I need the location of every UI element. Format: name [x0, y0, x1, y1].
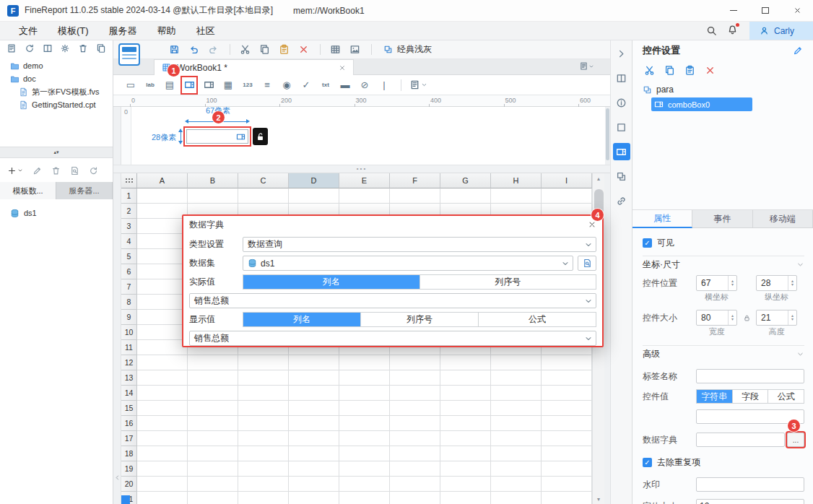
- row-header-17[interactable]: 17: [121, 431, 137, 446]
- column-header-A[interactable]: A: [137, 173, 188, 188]
- cell-I19[interactable]: [542, 461, 592, 477]
- cell-B15[interactable]: [188, 401, 238, 416]
- cell-A4[interactable]: [137, 234, 188, 249]
- combobox-widget-button[interactable]: [182, 77, 196, 93]
- row-header-1[interactable]: 1: [121, 188, 137, 204]
- cell-I13[interactable]: [542, 370, 592, 386]
- cell-H20[interactable]: [491, 477, 542, 492]
- cell-A8[interactable]: [137, 295, 188, 310]
- dataset-item[interactable]: ds1: [0, 207, 113, 220]
- height-stepper[interactable]: ▴▾: [788, 310, 796, 325]
- segment-列名[interactable]: 列名: [243, 313, 360, 326]
- cell-C18[interactable]: [238, 446, 289, 461]
- report-block-widget-button[interactable]: [411, 77, 425, 93]
- cell-A12[interactable]: [137, 355, 188, 370]
- cut-icon[interactable]: [644, 65, 655, 76]
- cell-I20[interactable]: [542, 477, 592, 492]
- cell-G12[interactable]: [440, 355, 491, 370]
- cell-D20[interactable]: [289, 477, 339, 492]
- cell-E12[interactable]: [339, 355, 390, 370]
- cell-G21[interactable]: [440, 492, 491, 504]
- menu-item[interactable]: 服务器: [99, 22, 147, 40]
- column-header-I[interactable]: I: [542, 173, 592, 188]
- cell-C16[interactable]: [238, 416, 289, 431]
- tab-list-button[interactable]: [579, 61, 594, 71]
- cell-A15[interactable]: [137, 401, 188, 416]
- cell-C13[interactable]: [238, 370, 289, 386]
- cell-I12[interactable]: [542, 355, 592, 370]
- tree-item[interactable]: doc: [0, 72, 113, 85]
- row-header-14[interactable]: 14: [121, 386, 137, 401]
- user-account[interactable]: Carly: [749, 22, 813, 40]
- insert-image-button[interactable]: [346, 42, 363, 58]
- minimize-button[interactable]: [718, 0, 749, 21]
- x-position-input[interactable]: 67 ▴▾: [696, 275, 737, 291]
- cell-E19[interactable]: [339, 461, 390, 477]
- cell-D13[interactable]: [289, 370, 339, 386]
- cell-B19[interactable]: [188, 461, 238, 477]
- menu-item[interactable]: 模板(T): [48, 22, 99, 40]
- row-header-16[interactable]: 16: [121, 416, 137, 431]
- tree-node-combobox0[interactable]: comboBox0: [651, 97, 752, 111]
- cell-B1[interactable]: [188, 188, 238, 204]
- cell-C14[interactable]: [238, 386, 289, 401]
- cell-A9[interactable]: [137, 310, 188, 325]
- section-advanced[interactable]: 高级: [643, 345, 804, 362]
- template-info-button[interactable]: [613, 94, 630, 111]
- cell-D17[interactable]: [289, 431, 339, 446]
- tree-item[interactable]: demo: [0, 59, 113, 72]
- none-widget-widget-button[interactable]: ⊘: [357, 77, 372, 93]
- cell-C12[interactable]: [238, 355, 289, 370]
- cell-G18[interactable]: [440, 446, 491, 461]
- cell-D14[interactable]: [289, 386, 339, 401]
- outline-toggle-button[interactable]: [118, 43, 140, 66]
- menu-item[interactable]: 社区: [186, 22, 225, 40]
- cell-B12[interactable]: [188, 355, 238, 370]
- row-header-2[interactable]: 2: [121, 204, 137, 219]
- segment-列序号[interactable]: 列序号: [360, 313, 478, 326]
- cell-A14[interactable]: [137, 386, 188, 401]
- cell-F18[interactable]: [390, 446, 440, 461]
- cell-D21[interactable]: [289, 492, 339, 504]
- cell-A11[interactable]: [137, 340, 188, 355]
- view-tree-widget-button[interactable]: ▦: [221, 77, 235, 93]
- copy-button[interactable]: [96, 43, 106, 53]
- column-header-E[interactable]: E: [339, 173, 390, 188]
- delete-button[interactable]: [295, 42, 312, 58]
- sidebar-tab[interactable]: 服务器...: [56, 182, 113, 199]
- chevron-left-icon[interactable]: [114, 474, 121, 481]
- row-header-3[interactable]: 3: [121, 219, 137, 234]
- cell-F1[interactable]: [390, 188, 440, 204]
- cell-G17[interactable]: [440, 431, 491, 446]
- sidebar-tab[interactable]: 模板数...: [0, 182, 56, 199]
- cell-G1[interactable]: [440, 188, 491, 204]
- theme-picker-button[interactable]: 经典浅灰: [383, 43, 432, 56]
- cell-E18[interactable]: [339, 446, 390, 461]
- y-position-stepper[interactable]: ▴▾: [788, 276, 796, 290]
- cell-B20[interactable]: [188, 477, 238, 492]
- sheet-corner-button[interactable]: [121, 495, 130, 504]
- row-header-12[interactable]: 12: [121, 355, 137, 370]
- row-header-8[interactable]: 8: [121, 295, 137, 310]
- segment-公式[interactable]: 公式: [478, 313, 596, 326]
- canvas-sheet-splitter[interactable]: •••: [113, 165, 610, 173]
- column-header-G[interactable]: G: [440, 173, 491, 188]
- refresh-button[interactable]: [25, 43, 35, 53]
- textarea-widget-button[interactable]: ▤: [162, 77, 177, 93]
- delete-dataset-button[interactable]: [51, 166, 61, 175]
- cell-A2[interactable]: [137, 204, 188, 219]
- cell-I21[interactable]: [542, 492, 592, 504]
- cell-I15[interactable]: [542, 401, 592, 416]
- cell-D15[interactable]: [289, 401, 339, 416]
- width-stepper[interactable]: ▴▾: [728, 310, 736, 325]
- segment-字符串[interactable]: 字符串: [697, 390, 732, 403]
- paste-icon[interactable]: [684, 65, 695, 76]
- width-input[interactable]: 80 ▴▾: [696, 310, 737, 326]
- cell-G15[interactable]: [440, 401, 491, 416]
- divider-widget-button[interactable]: |: [377, 77, 391, 93]
- tag-name-input[interactable]: [696, 369, 804, 383]
- dialog-close-icon[interactable]: [588, 220, 596, 229]
- edit-dataset-button[interactable]: [32, 166, 42, 175]
- cell-E16[interactable]: [339, 416, 390, 431]
- settings-button[interactable]: [60, 43, 70, 53]
